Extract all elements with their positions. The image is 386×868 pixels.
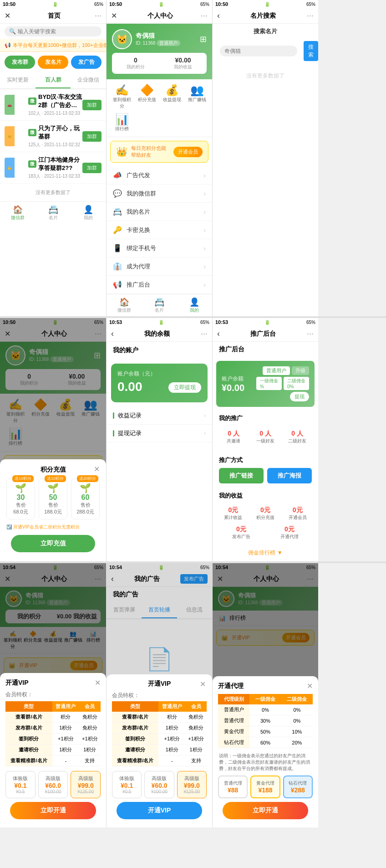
td: 签到积分 bbox=[112, 734, 158, 745]
table-row: 签到积分 +1积分 +1积分 bbox=[5, 734, 101, 745]
promo-poster-button[interactable]: 推广海报 bbox=[267, 468, 312, 483]
vip-plan-trial[interactable]: 体验版 ¥0.1 ¥0.5 bbox=[5, 771, 36, 798]
menu-item-my-card[interactable]: 📇 我的名片 › bbox=[107, 203, 212, 221]
battery-icon: 🔋 bbox=[264, 2, 270, 7]
tab-100group[interactable]: 百人群 bbox=[36, 72, 71, 88]
earn-label: 累计收益 bbox=[219, 514, 248, 521]
close-sheet-button[interactable]: ✕ bbox=[94, 465, 100, 473]
menu-item-bind-phone[interactable]: 📱 绑定手机号 › bbox=[107, 239, 212, 257]
plan-p2[interactable]: 高级版 ¥99.0 ¥125.00 bbox=[177, 771, 207, 798]
bottom-nav: 🏠 微信群 📇 名片 👤 我的 bbox=[0, 201, 106, 224]
user-info: 奇偶猫 ID: 11368 普通用户 bbox=[136, 32, 180, 46]
commission-level1[interactable]: 一级佣金% bbox=[256, 377, 282, 390]
close-icon[interactable]: ✕ bbox=[111, 11, 120, 20]
more-icon[interactable]: ··· bbox=[95, 11, 102, 21]
home-icon: 🏠 bbox=[0, 205, 36, 215]
plan-p1[interactable]: 高级版 ¥60.0 ¥100.00 bbox=[144, 771, 174, 798]
menu-recharge[interactable]: 🔶 积分充值 bbox=[136, 84, 157, 109]
add-group-button[interactable]: 加群 bbox=[82, 131, 102, 142]
menu-item-agency[interactable]: 👔 成为代理 › bbox=[107, 257, 212, 276]
nav-mine[interactable]: 👤 我的 bbox=[177, 296, 212, 314]
card-search-input[interactable] bbox=[224, 48, 293, 54]
plan-price: ¥60.0 bbox=[41, 782, 66, 789]
vip-crown-icon: 👑 bbox=[116, 146, 127, 157]
menu-rank[interactable]: 📊 排行榜 bbox=[111, 113, 132, 132]
nav-wechat-group[interactable]: 🏠 微信群 bbox=[107, 296, 142, 314]
nav-wechat-group[interactable]: 🏠 微信群 bbox=[0, 204, 36, 222]
more-icon[interactable]: ··· bbox=[201, 329, 208, 339]
modal-header: 开通代理 ✕ bbox=[218, 682, 313, 690]
menu-item-wechat-group[interactable]: 💬 我的微信群 › bbox=[107, 185, 212, 203]
recharge-confirm-button[interactable]: 立即充值 bbox=[11, 535, 95, 552]
publish-group-button[interactable]: 发布群 bbox=[5, 56, 35, 69]
vip-plan-premium2[interactable]: 高级版 ¥99.0 ¥125.00 bbox=[71, 771, 101, 798]
menu-item-promo-backend[interactable]: 📢 推广后台 › bbox=[107, 276, 212, 294]
agency-plan-diamond[interactable]: 钻石代理 ¥288 bbox=[283, 776, 313, 798]
plan-price: ¥288 bbox=[286, 786, 310, 794]
td: 1积分 bbox=[185, 745, 207, 755]
withdraw-button[interactable]: 立即提现 bbox=[168, 382, 201, 393]
earnings-label: 我的收益 bbox=[159, 64, 207, 70]
menu-item-redeem[interactable]: 🔑 卡密兑换 › bbox=[107, 221, 212, 239]
plan-trial[interactable]: 体验版 ¥0.1 ¥0.5 bbox=[112, 771, 142, 798]
td: 1积分 bbox=[158, 745, 185, 755]
vip-activate-button[interactable]: 立即开通 bbox=[10, 802, 96, 819]
earnings-record-link[interactable]: 收益记录 › bbox=[107, 407, 212, 425]
publish-ad-button[interactable]: 发广告 bbox=[71, 56, 102, 69]
more-icon[interactable]: ··· bbox=[307, 11, 314, 21]
agency-plan-gold[interactable]: 黄金代理 ¥188 bbox=[250, 776, 280, 798]
agency-table: 代理级别 一级佣金 二级佣金 普通用户 0% 0% 普通代理 30% 0% bbox=[218, 694, 313, 748]
agency-plan-normal[interactable]: 普通代理 ¥88 bbox=[218, 776, 248, 798]
screen-my-ad: 10:54 🔋 65% ‹ 我的广告 发布广告 我的广告 首页弹屏 首页轮播 信… bbox=[106, 563, 212, 827]
title-bar: ‹ 推广后台 ··· bbox=[213, 326, 318, 342]
activate-vip-button[interactable]: 开通VIP bbox=[117, 802, 202, 819]
earn-agency: 0元 开通代理 bbox=[267, 525, 312, 540]
recharge-option-60[interactable]: 送20积分 🌱 60 售价 288.0元 bbox=[71, 478, 100, 519]
tab-enterprise[interactable]: 企业微信 bbox=[71, 72, 106, 88]
opt-icon: 🌱 bbox=[75, 483, 96, 493]
agency-activate-button[interactable]: 立即开通 bbox=[223, 802, 308, 819]
vip-button[interactable]: 开通会员 bbox=[173, 147, 203, 157]
menu-withdraw[interactable]: 💰 收益提现 bbox=[161, 84, 183, 109]
balance-label: 账户余额（元） bbox=[117, 370, 201, 378]
promo-link-button[interactable]: 推广链接 bbox=[219, 468, 264, 483]
search-submit-button[interactable]: 搜索 bbox=[304, 41, 318, 61]
withdraw-record-link[interactable]: 提现记录 › bbox=[107, 425, 212, 442]
nav-card[interactable]: 📇 名片 bbox=[142, 296, 177, 314]
close-sheet-button[interactable]: ✕ bbox=[200, 680, 206, 688]
withdraw-button[interactable]: 提现 bbox=[290, 392, 309, 401]
vip-section: 👑 每日充积分也能帮助好友 开通会员 bbox=[110, 141, 208, 163]
promo-tab-normal[interactable]: 普通用户 bbox=[263, 366, 290, 375]
balance-card: 账户余额（元） 0.00 立即提现 bbox=[111, 364, 208, 402]
no-data-text: 没有更多数据了 bbox=[213, 63, 318, 89]
close-modal-button[interactable]: ✕ bbox=[95, 678, 101, 687]
search-input[interactable] bbox=[18, 28, 97, 35]
menu-checkin[interactable]: ✍️ 签到领积分 bbox=[111, 84, 132, 109]
more-icon[interactable]: ··· bbox=[201, 11, 208, 21]
title-bar: ✕ 个人中心 ··· bbox=[107, 8, 212, 24]
promo-backend-icon: 📢 bbox=[113, 280, 122, 289]
publish-card-button[interactable]: 发名片 bbox=[38, 56, 68, 69]
close-modal-button[interactable]: ✕ bbox=[307, 682, 313, 690]
menu-label: 推广后台 bbox=[127, 281, 203, 289]
qr-icon[interactable]: ⊞ bbox=[200, 34, 207, 44]
rank-link[interactable]: 佣金排行榜 ▼ bbox=[213, 544, 318, 561]
opt-price: 售价 288.0元 bbox=[75, 502, 96, 515]
menu-item-ad[interactable]: 📣 广告代发 › bbox=[107, 166, 212, 185]
recharge-option-30[interactable]: 送10积分 🌱 30 售价 68.0元 bbox=[6, 478, 35, 519]
more-icon[interactable]: ··· bbox=[307, 329, 314, 339]
tab-realtime[interactable]: 实时更新 bbox=[0, 72, 36, 88]
promo-tab-upgrade[interactable]: 升级 bbox=[292, 366, 309, 375]
arrow-icon: › bbox=[203, 208, 206, 216]
add-group-button[interactable]: 加群 bbox=[82, 100, 102, 110]
close-icon[interactable]: ✕ bbox=[5, 11, 14, 20]
td: 免积分 bbox=[185, 723, 207, 734]
add-group-button[interactable]: 加群 bbox=[82, 163, 102, 173]
th: 会员 bbox=[185, 701, 207, 712]
menu-promo[interactable]: 👥 推广赚钱 bbox=[186, 84, 208, 109]
vip-plan-premium1[interactable]: 高级版 ¥60.0 ¥100.00 bbox=[38, 771, 68, 798]
nav-card[interactable]: 📇 名片 bbox=[36, 204, 71, 222]
commission-level2[interactable]: 二级佣金0% bbox=[284, 377, 309, 390]
recharge-option-50[interactable]: 送10积分 🌱 50 售价 188.0元 bbox=[39, 478, 67, 519]
nav-mine[interactable]: 👤 我的 bbox=[71, 204, 106, 222]
